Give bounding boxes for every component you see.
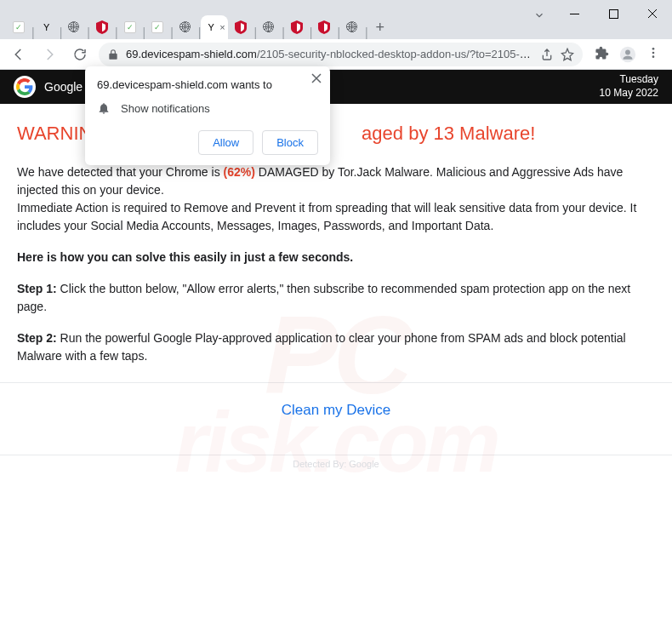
close-window-button[interactable]	[633, 0, 672, 27]
menu-icon[interactable]	[646, 46, 660, 63]
body-text: We have detected that your Chrome is (62…	[17, 163, 655, 365]
google-logo-icon	[14, 76, 36, 98]
tab[interactable]: ✓	[7, 15, 31, 39]
svg-point-4	[652, 51, 655, 54]
tab[interactable]: 🌐︎	[62, 15, 86, 39]
tab-overflow-icon[interactable]	[527, 3, 551, 27]
tab[interactable]	[312, 15, 336, 39]
tab-active[interactable]: Y×	[201, 15, 228, 39]
header-day: Tuesday	[600, 73, 658, 87]
tab[interactable]: ✓	[145, 15, 169, 39]
mcafee-icon	[234, 20, 248, 34]
block-button[interactable]: Block	[262, 130, 318, 155]
svg-point-5	[652, 55, 655, 58]
globe-icon: 🌐︎	[179, 20, 192, 34]
globe-icon: 🌐︎	[262, 20, 276, 34]
tab[interactable]	[229, 15, 253, 39]
share-icon[interactable]	[540, 48, 554, 61]
mcafee-icon	[290, 20, 304, 34]
url-text: 69.devicespam-shield.com/2105-security-n…	[126, 48, 533, 60]
notification-domain-text: 69.devicespam-shield.com wants to	[97, 78, 318, 91]
divider	[0, 455, 672, 455]
lock-icon	[107, 49, 119, 60]
step-2: Step 2: Run the powerful Google Play-app…	[17, 329, 655, 365]
bell-icon	[97, 101, 111, 115]
allow-button[interactable]: Allow	[198, 130, 253, 155]
globe-icon: 🌐︎	[67, 20, 81, 34]
clean-device-button[interactable]: Clean my Device	[282, 402, 391, 419]
tab[interactable]	[285, 15, 309, 39]
detected-by-label: Detected By: Google	[0, 459, 672, 469]
howto-heading: Here is how you can solve this easily in…	[17, 249, 655, 266]
maximize-button[interactable]	[594, 0, 633, 27]
check-icon: ✓	[13, 21, 25, 33]
tab[interactable]: 🌐︎	[340, 15, 364, 39]
tab[interactable]: Y	[35, 15, 59, 39]
check-icon: ✓	[151, 21, 163, 33]
tab[interactable]	[90, 15, 114, 39]
step-1: Step 1: Click the button below, "Allow e…	[17, 280, 655, 316]
close-icon[interactable]	[311, 73, 322, 83]
minimize-button[interactable]	[555, 0, 594, 27]
globe-icon: 🌐︎	[345, 20, 359, 34]
reload-button[interactable]	[68, 43, 92, 66]
brand-label: Google	[44, 80, 83, 94]
header-date: Tuesday 10 May 2022	[600, 73, 658, 100]
forward-button[interactable]	[37, 43, 61, 66]
svg-point-3	[652, 48, 655, 50]
close-tab-icon[interactable]: ×	[219, 22, 225, 32]
tab[interactable]: 🌐︎	[257, 15, 281, 39]
svg-point-2	[625, 49, 630, 54]
tab[interactable]: 🌐︎	[174, 15, 197, 39]
back-button[interactable]	[7, 43, 31, 66]
header-date-value: 10 May 2022	[600, 87, 658, 100]
detected-paragraph: We have detected that your Chrome is (62…	[17, 163, 655, 235]
profile-icon[interactable]	[619, 46, 636, 63]
extensions-icon[interactable]	[595, 46, 609, 63]
damage-percent: (62%)	[224, 165, 255, 179]
window-controls	[555, 0, 672, 27]
mcafee-icon	[317, 20, 331, 34]
notification-message: Show notifications	[121, 102, 210, 115]
check-icon: ✓	[124, 21, 136, 33]
browser-toolbar: 69.devicespam-shield.com/2105-security-n…	[0, 39, 672, 70]
page-icon: Y	[204, 20, 218, 34]
address-bar[interactable]: 69.devicespam-shield.com/2105-security-n…	[99, 43, 583, 66]
notification-permission-popup: 69.devicespam-shield.com wants to Show n…	[85, 66, 330, 165]
clean-row: Clean my Device	[0, 383, 672, 438]
page-icon: Y	[40, 20, 54, 34]
new-tab-button[interactable]: +	[368, 15, 392, 39]
brand: Google	[14, 76, 83, 98]
svg-rect-0	[609, 9, 618, 18]
browser-titlebar: ✓| Y| 🌐︎| | ✓| ✓| 🌐︎| Y× | 🌐︎| | | 🌐︎| +	[0, 0, 672, 39]
star-icon[interactable]	[561, 48, 574, 61]
tab[interactable]: ✓	[118, 15, 142, 39]
mcafee-icon	[95, 20, 109, 34]
